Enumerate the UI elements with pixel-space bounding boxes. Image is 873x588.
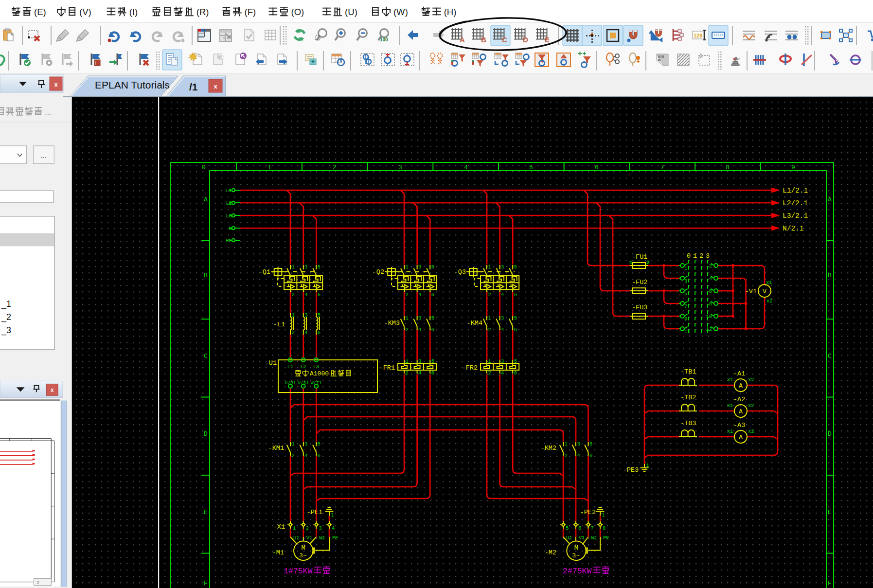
svg-text:...: ...	[45, 108, 51, 116]
svg-text:-L1: -L1	[273, 321, 285, 328]
svg-text:5: 5	[566, 525, 569, 531]
svg-text:B: B	[828, 272, 832, 279]
svg-text:0: 0	[687, 252, 691, 260]
svg-text:2: 2	[488, 370, 491, 376]
svg-text:3: 3	[418, 315, 421, 321]
svg-text:2: 2	[406, 292, 409, 298]
svg-text:6: 6	[514, 327, 517, 333]
svg-text:2: 2	[488, 327, 491, 333]
svg-text:W/T1: W/T1	[311, 380, 322, 386]
svg-text:W1: W1	[591, 535, 598, 541]
svg-text:1: 1	[488, 315, 491, 321]
svg-text:N/2.1: N/2.1	[783, 225, 804, 232]
svg-text:-PE2: -PE2	[580, 509, 596, 516]
svg-text:2#75KW: 2#75KW	[563, 567, 592, 576]
svg-text:1: 1	[331, 512, 334, 518]
svg-text:F: F	[204, 580, 208, 587]
svg-text:5: 5	[514, 264, 517, 270]
svg-text:PE: PE	[332, 535, 339, 541]
svg-text:U1: U1	[293, 535, 300, 541]
svg-text:6: 6	[514, 370, 517, 376]
svg-text:x1: x1	[727, 377, 733, 383]
svg-text:3: 3	[304, 441, 307, 447]
svg-text:-KM1: -KM1	[268, 445, 284, 452]
svg-text:V: V	[763, 288, 767, 295]
svg-text:1: 1	[565, 441, 568, 447]
svg-text:2: 2	[36, 580, 39, 585]
svg-text:D: D	[204, 430, 208, 438]
svg-text:4: 4	[332, 525, 335, 531]
svg-text:4: 4	[464, 164, 468, 171]
svg-text:6: 6	[595, 164, 599, 171]
svg-text:x2: x2	[766, 298, 773, 304]
svg-text:5: 5	[318, 264, 321, 270]
svg-text:1: 1	[488, 358, 491, 364]
svg-text:12: 12	[706, 326, 712, 332]
svg-text:(R): (R)	[196, 7, 209, 17]
svg-text:7: 7	[684, 303, 687, 309]
svg-text:E: E	[204, 509, 208, 516]
svg-text:9: 9	[791, 164, 795, 171]
svg-text:M: M	[574, 544, 578, 552]
svg-text:2: 2	[406, 370, 409, 376]
svg-text:2: 2	[699, 252, 703, 260]
svg-text:7: 7	[660, 164, 664, 171]
svg-text:1: 1	[267, 164, 271, 171]
svg-text:A: A	[739, 434, 743, 441]
svg-text:4: 4	[501, 327, 504, 333]
svg-text:5: 5	[431, 315, 434, 321]
svg-text:L1/2.1: L1/2.1	[783, 187, 808, 195]
svg-text:x1: x1	[766, 280, 772, 285]
svg-text:2: 2	[709, 263, 712, 269]
svg-text:-X1: -X1	[273, 523, 285, 531]
svg-text:1: 1	[406, 264, 409, 270]
svg-text:7: 7	[591, 525, 594, 531]
svg-text:W1: W1	[319, 535, 325, 541]
svg-text:-Q1: -Q1	[259, 268, 270, 276]
svg-text:5: 5	[529, 164, 533, 171]
svg-text:x1: x1	[727, 428, 733, 434]
svg-text:U/R1: U/R1	[285, 380, 296, 386]
svg-text:x: x	[51, 387, 54, 393]
svg-text:-TB1: -TB1	[680, 368, 696, 375]
svg-text:L1: L1	[226, 188, 232, 194]
svg-text:L2/2.1: L2/2.1	[783, 199, 808, 207]
svg-text:-TB2: -TB2	[680, 394, 696, 401]
svg-text:1: 1	[292, 264, 295, 270]
svg-text:(I): (I)	[129, 7, 138, 17]
svg-text:/1: /1	[189, 81, 198, 92]
svg-text:_2: _2	[1, 312, 11, 322]
svg-text:(W): (W)	[393, 7, 408, 17]
svg-text:1: 1	[488, 264, 491, 270]
svg-text:x: x	[54, 81, 58, 88]
svg-text:_1: _1	[1, 300, 11, 310]
svg-text:-KM2: -KM2	[541, 445, 556, 452]
svg-text:6: 6	[318, 453, 321, 459]
svg-text:6: 6	[709, 288, 712, 294]
svg-text:3: 3	[418, 264, 421, 270]
svg-text:(U): (U)	[345, 7, 357, 17]
svg-text:-U1: -U1	[265, 359, 277, 367]
svg-text:A: A	[828, 196, 832, 203]
svg-text:L2: L2	[300, 364, 306, 370]
svg-text:-A2: -A2	[733, 396, 745, 403]
svg-text:8: 8	[726, 164, 730, 171]
svg-text:3: 3	[304, 312, 307, 318]
svg-text:4: 4	[304, 292, 307, 298]
svg-text:-A3: -A3	[733, 422, 745, 429]
svg-text:1: 1	[646, 463, 649, 468]
svg-text:4: 4	[709, 276, 712, 282]
svg-text:C: C	[828, 353, 832, 360]
svg-text:1: 1	[292, 312, 295, 318]
svg-text:(F): (F)	[245, 7, 256, 17]
svg-text:3: 3	[501, 315, 504, 321]
svg-text:E: E	[828, 509, 832, 516]
svg-text:100: 100	[380, 37, 388, 42]
svg-text:3~: 3~	[572, 552, 580, 559]
svg-text:V1: V1	[579, 535, 585, 541]
svg-text:8: 8	[709, 301, 712, 307]
svg-text:3: 3	[319, 525, 321, 531]
svg-text:128: 128	[694, 33, 702, 38]
svg-text:C: C	[204, 353, 208, 360]
svg-text:2: 2	[406, 327, 409, 333]
